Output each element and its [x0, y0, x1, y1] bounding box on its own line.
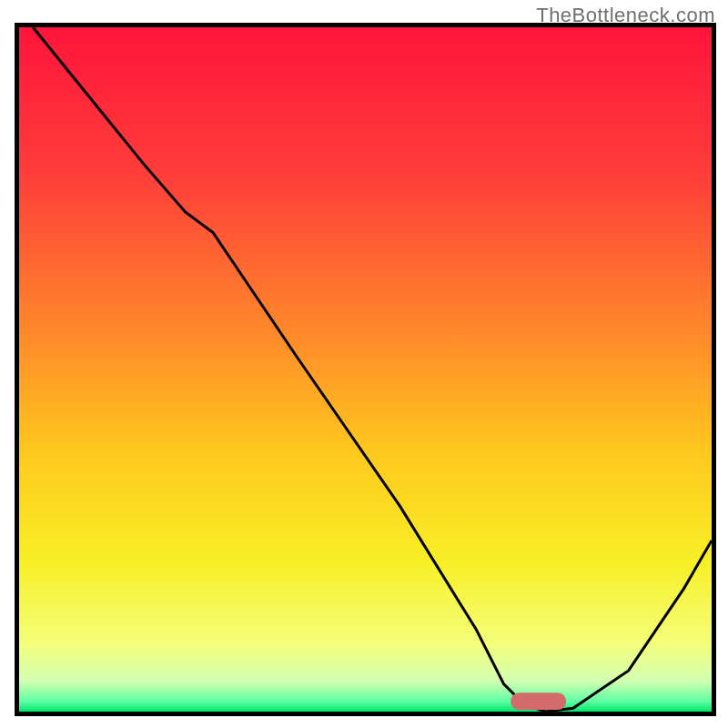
- bottleneck-chart: [0, 0, 728, 728]
- optimal-marker: [511, 693, 566, 710]
- chart-container: { "watermark": "TheBottleneck.com", "col…: [0, 0, 728, 728]
- plot-background: [19, 27, 712, 712]
